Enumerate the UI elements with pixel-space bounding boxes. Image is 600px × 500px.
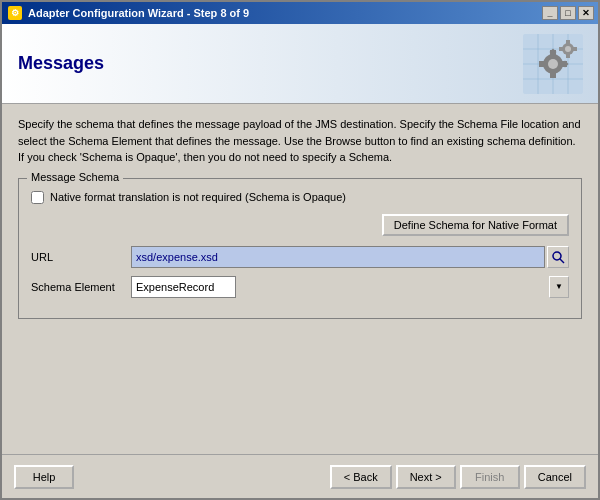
description-text: Specify the schema that defines the mess… xyxy=(18,116,582,166)
maximize-button[interactable]: □ xyxy=(560,6,576,20)
svg-rect-19 xyxy=(559,47,563,51)
svg-point-16 xyxy=(565,46,571,52)
page-title: Messages xyxy=(18,53,104,74)
url-input[interactable] xyxy=(131,246,545,268)
title-bar: ⚙ Adapter Configuration Wizard - Step 8 … xyxy=(2,2,598,24)
back-button[interactable]: < Back xyxy=(330,465,392,489)
footer-left: Help xyxy=(14,465,330,489)
minimize-button[interactable]: _ xyxy=(542,6,558,20)
wizard-window: ⚙ Adapter Configuration Wizard - Step 8 … xyxy=(0,0,600,500)
finish-button[interactable]: Finish xyxy=(460,465,520,489)
schema-element-label: Schema Element xyxy=(31,281,131,293)
select-arrow-icon: ▼ xyxy=(549,276,569,298)
schema-element-select-wrapper: ExpenseRecord ▼ xyxy=(131,276,569,298)
next-button[interactable]: Next > xyxy=(396,465,456,489)
help-button[interactable]: Help xyxy=(14,465,74,489)
wizard-footer: Help < Back Next > Finish Cancel xyxy=(2,454,598,498)
title-icon: ⚙ xyxy=(8,6,22,20)
opaque-checkbox-label[interactable]: Native format translation is not require… xyxy=(50,191,346,203)
title-bar-controls: _ □ ✕ xyxy=(542,6,594,20)
define-schema-btn-row: Define Schema for Native Format xyxy=(31,214,569,236)
content-area: Specify the schema that defines the mess… xyxy=(2,104,598,454)
window-title: Adapter Configuration Wizard - Step 8 of… xyxy=(28,7,249,19)
svg-rect-17 xyxy=(566,40,570,44)
schema-element-select[interactable]: ExpenseRecord xyxy=(131,276,236,298)
svg-point-8 xyxy=(548,59,558,69)
cancel-button[interactable]: Cancel xyxy=(524,465,586,489)
message-schema-group: Message Schema Native format translation… xyxy=(18,178,582,319)
svg-rect-18 xyxy=(566,54,570,58)
footer-right: < Back Next > Finish Cancel xyxy=(330,465,586,489)
opaque-checkbox[interactable] xyxy=(31,191,44,204)
svg-line-22 xyxy=(560,259,564,263)
svg-rect-20 xyxy=(573,47,577,51)
svg-rect-11 xyxy=(539,61,545,67)
svg-rect-10 xyxy=(550,72,556,78)
url-row: URL xyxy=(31,246,569,268)
opaque-checkbox-row: Native format translation is not require… xyxy=(31,191,569,204)
schema-element-row: Schema Element ExpenseRecord ▼ xyxy=(31,276,569,298)
url-input-row xyxy=(131,246,569,268)
wizard-header: Messages xyxy=(2,24,598,104)
header-icon xyxy=(518,29,588,99)
svg-point-21 xyxy=(553,252,561,260)
browse-button[interactable] xyxy=(547,246,569,268)
define-schema-button[interactable]: Define Schema for Native Format xyxy=(382,214,569,236)
close-button[interactable]: ✕ xyxy=(578,6,594,20)
group-box-legend: Message Schema xyxy=(27,171,123,183)
url-label: URL xyxy=(31,251,131,263)
